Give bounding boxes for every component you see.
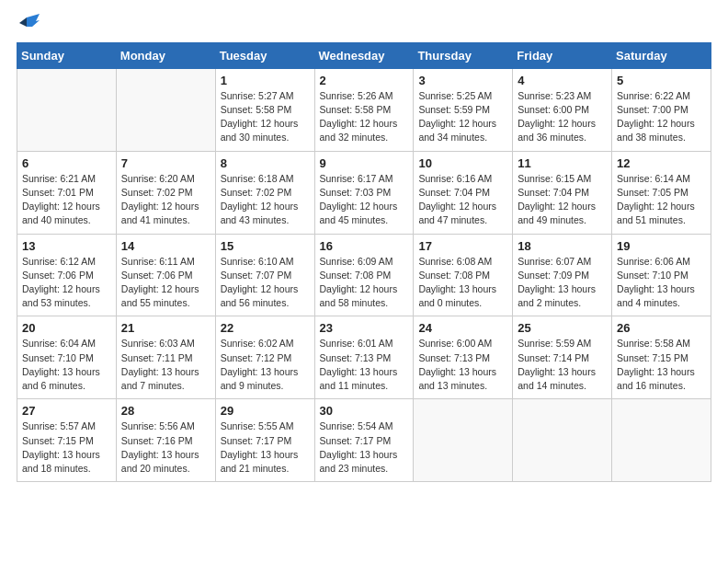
day-number: 10 xyxy=(418,156,507,170)
calendar-cell: 17Sunrise: 6:08 AM Sunset: 7:08 PM Dayli… xyxy=(414,234,513,316)
day-number: 20 xyxy=(22,321,111,335)
calendar-cell: 23Sunrise: 6:01 AM Sunset: 7:13 PM Dayli… xyxy=(314,316,414,399)
day-number: 19 xyxy=(617,239,706,253)
day-number: 1 xyxy=(221,74,310,87)
day-number: 15 xyxy=(221,239,310,253)
calendar-cell: 24Sunrise: 6:00 AM Sunset: 7:13 PM Dayli… xyxy=(414,316,513,399)
calendar-week-4: 20Sunrise: 6:04 AM Sunset: 7:10 PM Dayli… xyxy=(17,316,711,399)
day-info: Sunrise: 6:17 AM Sunset: 7:03 PM Dayligh… xyxy=(320,172,409,228)
calendar-cell: 8Sunrise: 6:18 AM Sunset: 7:02 PM Daylig… xyxy=(215,151,314,234)
calendar-cell xyxy=(116,68,215,151)
day-number: 11 xyxy=(518,156,607,170)
day-number: 4 xyxy=(518,74,607,87)
day-info: Sunrise: 6:16 AM Sunset: 7:04 PM Dayligh… xyxy=(418,172,507,228)
header xyxy=(17,17,711,35)
calendar-cell: 3Sunrise: 5:25 AM Sunset: 5:59 PM Daylig… xyxy=(414,68,513,151)
weekday-header-friday: Friday xyxy=(513,42,612,68)
calendar-table: SundayMondayTuesdayWednesdayThursdayFrid… xyxy=(17,42,711,482)
day-info: Sunrise: 6:06 AM Sunset: 7:10 PM Dayligh… xyxy=(617,255,706,311)
day-number: 21 xyxy=(121,321,210,335)
page-container: SundayMondayTuesdayWednesdayThursdayFrid… xyxy=(0,0,728,493)
calendar-cell: 16Sunrise: 6:09 AM Sunset: 7:08 PM Dayli… xyxy=(314,234,414,316)
day-number: 25 xyxy=(518,321,607,335)
calendar-week-2: 6Sunrise: 6:21 AM Sunset: 7:01 PM Daylig… xyxy=(17,151,711,234)
calendar-cell: 22Sunrise: 6:02 AM Sunset: 7:12 PM Dayli… xyxy=(215,316,314,399)
calendar-cell: 15Sunrise: 6:10 AM Sunset: 7:07 PM Dayli… xyxy=(215,234,314,316)
calendar-cell: 6Sunrise: 6:21 AM Sunset: 7:01 PM Daylig… xyxy=(17,151,117,234)
day-number: 29 xyxy=(221,404,310,418)
calendar-cell xyxy=(17,68,117,151)
day-number: 26 xyxy=(617,321,706,335)
day-number: 14 xyxy=(121,239,210,253)
calendar-cell: 14Sunrise: 6:11 AM Sunset: 7:06 PM Dayli… xyxy=(116,234,215,316)
day-number: 24 xyxy=(418,321,507,335)
day-number: 16 xyxy=(320,239,409,253)
calendar-cell: 27Sunrise: 5:57 AM Sunset: 7:15 PM Dayli… xyxy=(17,399,117,482)
weekday-header-thursday: Thursday xyxy=(414,42,513,68)
calendar-cell: 9Sunrise: 6:17 AM Sunset: 7:03 PM Daylig… xyxy=(314,151,414,234)
day-info: Sunrise: 6:09 AM Sunset: 7:08 PM Dayligh… xyxy=(320,255,409,311)
day-info: Sunrise: 6:08 AM Sunset: 7:08 PM Dayligh… xyxy=(418,255,507,311)
day-info: Sunrise: 5:25 AM Sunset: 5:59 PM Dayligh… xyxy=(418,89,507,145)
calendar-cell: 7Sunrise: 6:20 AM Sunset: 7:02 PM Daylig… xyxy=(116,151,215,234)
calendar-cell: 28Sunrise: 5:56 AM Sunset: 7:16 PM Dayli… xyxy=(116,399,215,482)
day-number: 23 xyxy=(320,321,409,335)
calendar-cell: 19Sunrise: 6:06 AM Sunset: 7:10 PM Dayli… xyxy=(612,234,711,316)
day-info: Sunrise: 5:23 AM Sunset: 6:00 PM Dayligh… xyxy=(518,89,607,145)
weekday-header-tuesday: Tuesday xyxy=(215,42,314,68)
calendar-cell xyxy=(513,399,612,482)
day-number: 27 xyxy=(22,404,111,418)
day-info: Sunrise: 6:10 AM Sunset: 7:07 PM Dayligh… xyxy=(221,255,310,311)
day-number: 6 xyxy=(22,156,111,170)
day-info: Sunrise: 6:22 AM Sunset: 7:00 PM Dayligh… xyxy=(617,89,706,145)
calendar-cell: 4Sunrise: 5:23 AM Sunset: 6:00 PM Daylig… xyxy=(513,68,612,151)
day-number: 28 xyxy=(121,404,210,418)
weekday-header-monday: Monday xyxy=(116,42,215,68)
calendar-week-5: 27Sunrise: 5:57 AM Sunset: 7:15 PM Dayli… xyxy=(17,399,711,482)
weekday-header-saturday: Saturday xyxy=(612,42,711,68)
calendar-cell: 29Sunrise: 5:55 AM Sunset: 7:17 PM Dayli… xyxy=(215,399,314,482)
day-info: Sunrise: 6:01 AM Sunset: 7:13 PM Dayligh… xyxy=(320,337,409,393)
day-info: Sunrise: 6:18 AM Sunset: 7:02 PM Dayligh… xyxy=(221,172,310,228)
calendar-cell: 21Sunrise: 6:03 AM Sunset: 7:11 PM Dayli… xyxy=(116,316,215,399)
calendar-week-1: 1Sunrise: 5:27 AM Sunset: 5:58 PM Daylig… xyxy=(17,68,711,151)
day-number: 2 xyxy=(320,74,409,87)
day-info: Sunrise: 5:57 AM Sunset: 7:15 PM Dayligh… xyxy=(22,419,111,476)
day-number: 12 xyxy=(617,156,706,170)
calendar-cell: 5Sunrise: 6:22 AM Sunset: 7:00 PM Daylig… xyxy=(612,68,711,151)
day-info: Sunrise: 5:56 AM Sunset: 7:16 PM Dayligh… xyxy=(121,419,210,476)
svg-marker-1 xyxy=(19,17,27,27)
calendar-cell: 1Sunrise: 5:27 AM Sunset: 5:58 PM Daylig… xyxy=(215,68,314,151)
calendar-cell: 11Sunrise: 6:15 AM Sunset: 7:04 PM Dayli… xyxy=(513,151,612,234)
weekday-header-sunday: Sunday xyxy=(17,42,117,68)
day-number: 18 xyxy=(518,239,607,253)
day-info: Sunrise: 6:21 AM Sunset: 7:01 PM Dayligh… xyxy=(22,172,111,228)
day-number: 9 xyxy=(320,156,409,170)
logo xyxy=(17,20,40,35)
calendar-cell: 25Sunrise: 5:59 AM Sunset: 7:14 PM Dayli… xyxy=(513,316,612,399)
day-number: 5 xyxy=(617,74,706,87)
day-info: Sunrise: 5:59 AM Sunset: 7:14 PM Dayligh… xyxy=(518,337,607,393)
day-info: Sunrise: 6:15 AM Sunset: 7:04 PM Dayligh… xyxy=(518,172,607,228)
day-info: Sunrise: 5:27 AM Sunset: 5:58 PM Dayligh… xyxy=(221,89,310,145)
day-info: Sunrise: 6:04 AM Sunset: 7:10 PM Dayligh… xyxy=(22,337,111,393)
day-number: 3 xyxy=(418,74,507,87)
calendar-cell: 2Sunrise: 5:26 AM Sunset: 5:58 PM Daylig… xyxy=(314,68,414,151)
day-info: Sunrise: 5:26 AM Sunset: 5:58 PM Dayligh… xyxy=(320,89,409,145)
logo-bird-icon xyxy=(19,14,40,34)
calendar-cell: 20Sunrise: 6:04 AM Sunset: 7:10 PM Dayli… xyxy=(17,316,117,399)
day-info: Sunrise: 6:00 AM Sunset: 7:13 PM Dayligh… xyxy=(418,337,507,393)
calendar-cell: 10Sunrise: 6:16 AM Sunset: 7:04 PM Dayli… xyxy=(414,151,513,234)
day-info: Sunrise: 6:07 AM Sunset: 7:09 PM Dayligh… xyxy=(518,255,607,311)
day-number: 8 xyxy=(221,156,310,170)
calendar-week-3: 13Sunrise: 6:12 AM Sunset: 7:06 PM Dayli… xyxy=(17,234,711,316)
day-info: Sunrise: 6:14 AM Sunset: 7:05 PM Dayligh… xyxy=(617,172,706,228)
svg-marker-0 xyxy=(27,14,40,27)
calendar-body: 1Sunrise: 5:27 AM Sunset: 5:58 PM Daylig… xyxy=(17,68,711,481)
calendar-cell: 12Sunrise: 6:14 AM Sunset: 7:05 PM Dayli… xyxy=(612,151,711,234)
calendar-cell: 26Sunrise: 5:58 AM Sunset: 7:15 PM Dayli… xyxy=(612,316,711,399)
calendar-cell xyxy=(414,399,513,482)
day-info: Sunrise: 6:12 AM Sunset: 7:06 PM Dayligh… xyxy=(22,255,111,311)
day-number: 13 xyxy=(22,239,111,253)
weekday-header-wednesday: Wednesday xyxy=(314,42,414,68)
